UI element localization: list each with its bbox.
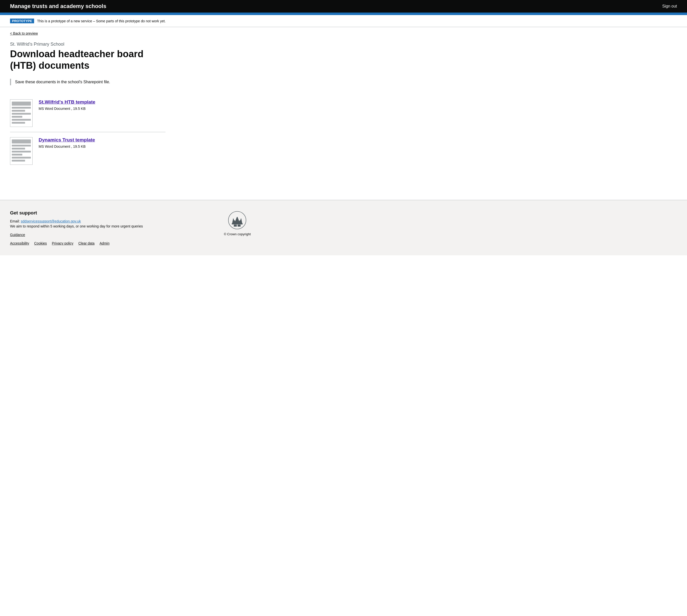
svg-rect-2 [232,223,243,224]
svg-marker-1 [232,216,242,223]
thumb-line [12,157,31,158]
page-title: Download headteacher board (HTB) documen… [10,48,165,71]
document-meta-2: MS Word Document , 19.5 KB [39,145,86,149]
list-item: Dynamics Trust template MS Word Document… [10,132,165,170]
thumb-line [12,154,22,155]
thumb-header-bar [12,102,31,106]
thumb-line [12,113,31,115]
document-thumbnail [10,99,32,127]
prototype-message: This is a prototype of a new service – S… [37,19,166,23]
sign-out-link[interactable]: Sign out [662,4,677,8]
svg-rect-3 [234,225,237,227]
svg-point-7 [240,219,241,220]
site-title: Manage trusts and academy schools [10,3,106,9]
document-list: St.Wilfrid's HTB template MS Word Docume… [10,94,165,170]
school-name: St. Wilfrid's Primary School [10,42,165,47]
thumb-line [12,110,25,112]
thumb-line [12,107,31,109]
footer-email-line: Email: sddservicessupport@education.gov.… [10,219,143,223]
site-footer: Get support Email: sddservicessupport@ed… [0,200,687,255]
document-meta-1: MS Word Document , 19.5 KB [39,107,86,111]
main-content: St. Wilfrid's Primary School Download he… [0,36,176,185]
footer-response-text: We aim to respond within 5 working days,… [10,224,143,228]
info-text: Save these documents in the school's Sha… [15,80,110,84]
document-link-2[interactable]: Dynamics Trust template [39,137,95,143]
document-thumbnail [10,137,32,165]
thumb-line [12,145,31,147]
footer-inner: Get support Email: sddservicessupport@ed… [10,210,251,245]
list-item: St.Wilfrid's HTB template MS Word Docume… [10,94,165,132]
blue-accent-bar [0,13,687,15]
thumb-line [12,116,22,118]
thumb-line [12,160,25,161]
document-info: Dynamics Trust template MS Word Document… [39,137,95,149]
svg-rect-4 [238,225,241,227]
svg-point-5 [237,216,238,217]
footer-link-clear-data[interactable]: Clear data [78,241,94,245]
footer-link-accessibility[interactable]: Accessibility [10,241,29,245]
footer-link-admin[interactable]: Admin [99,241,110,245]
svg-point-6 [234,219,235,220]
crown-logo-icon [227,210,247,230]
footer-left: Get support Email: sddservicessupport@ed… [10,210,143,245]
footer-heading: Get support [10,210,143,216]
footer-right: © Crown copyright [224,210,251,236]
thumb-line [12,119,31,120]
footer-email-label: Email: [10,219,20,223]
site-header: Manage trusts and academy schools Sign o… [0,0,687,13]
thumb-line [12,151,31,153]
prototype-badge: PROTOTYPE [10,19,34,23]
footer-link-privacy[interactable]: Privacy policy [52,241,73,245]
crown-copyright-text: © Crown copyright [224,232,251,236]
footer-guidance-link[interactable]: Guidance [10,233,143,237]
thumb-line [12,122,25,124]
document-link-1[interactable]: St.Wilfrid's HTB template [39,99,95,105]
back-to-preview-link[interactable]: < Back to preview [10,31,38,35]
back-link-container: < Back to preview [0,27,687,36]
footer-links: Accessibility Cookies Privacy policy Cle… [10,241,143,245]
document-info: St.Wilfrid's HTB template MS Word Docume… [39,99,95,111]
info-box: Save these documents in the school's Sha… [10,79,165,85]
thumb-line [12,148,25,150]
footer-email-link[interactable]: sddservicessupport@education.gov.uk [21,219,81,223]
prototype-banner: PROTOTYPE This is a prototype of a new s… [0,15,687,27]
footer-link-cookies[interactable]: Cookies [34,241,47,245]
thumb-header-bar [12,139,31,144]
